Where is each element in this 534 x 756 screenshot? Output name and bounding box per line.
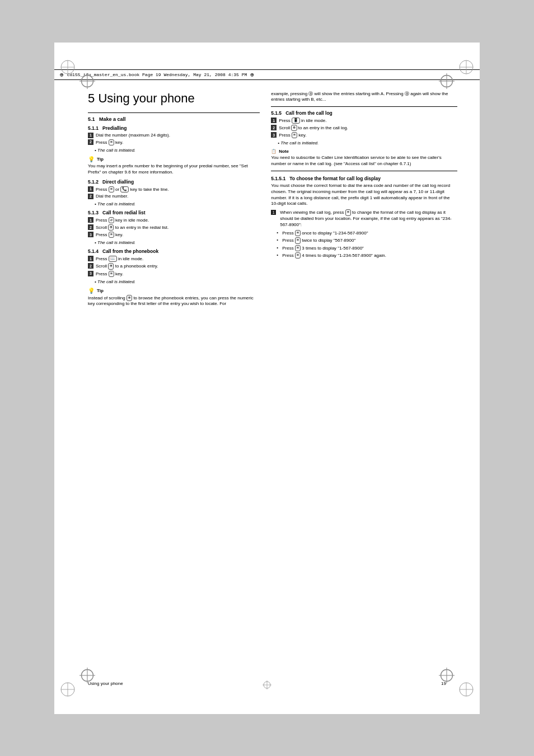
section-151-steps: 1 When viewing the call log, press ≡ to …	[271, 209, 457, 228]
section-14-heading: 5.1.4 Call from the phonebook	[88, 248, 260, 254]
list-item: 2 Press ≡ key.	[88, 139, 260, 145]
tip-box-2: 💡 Tip Instead of scrolling ⊕ to browse t…	[88, 288, 260, 307]
list-item: 1 Press 📱 in idle mode.	[271, 118, 457, 124]
list-item: Press ≡ twice to display "567-8900"	[277, 237, 457, 243]
tip-box-1: 💡 Tip You may insert a prefix number to …	[88, 156, 260, 176]
list-item: 1 Dial the number (maximum 24 digits).	[88, 133, 260, 138]
section-13-steps: 1 Press ↺ key in idle mode. 2 Scroll ⊕ t…	[88, 217, 260, 238]
book-page: ⊕ cdl55_ifu_master_en_us.book Page 19 We…	[54, 43, 480, 714]
footer-page-number: 19	[441, 681, 446, 686]
footer-left-text: Using your phone	[88, 681, 123, 686]
chapter-num: 5	[88, 91, 95, 105]
section-11-heading: 5.1.1 Predialling	[88, 125, 260, 131]
section-14-italic: • The call is initiated.	[95, 279, 260, 284]
right-divider-2	[271, 171, 457, 171]
section-1-heading: 5.1 Make a call	[88, 116, 260, 122]
list-item: 3 Press ≡ key.	[88, 232, 260, 238]
page-wrapper: ⊕ cdl55_ifu_master_en_us.book Page 19 We…	[0, 0, 534, 756]
corner-tr-decoration	[458, 59, 474, 75]
section-14-steps: 1 Press 📖 in idle mode. 2 Scroll ⊕ to a …	[88, 256, 260, 276]
list-item: 2 Dial the number.	[88, 194, 260, 199]
tip-icon-2: 💡	[88, 288, 95, 294]
page-header-bar: ⊕ cdl55_ifu_master_en_us.book Page 19 We…	[54, 69, 480, 80]
list-item: 3 Press ≡ key.	[88, 271, 260, 277]
note-text: You need to subscribe to Caller Line Ide…	[271, 155, 457, 167]
bullet-list-151: Press ≡ once to display "1-234-567-8900"…	[277, 230, 457, 258]
list-item: 2 Scroll ⊕ to an entry in the redial lis…	[88, 224, 260, 231]
section-13-italic: • The call is initiated.	[95, 240, 260, 245]
section-divider-1	[88, 112, 260, 113]
tip-overflow-right: example, pressing Ⓑ will show the entrie…	[271, 91, 457, 104]
section-12-steps: 1 Press ≡ or 📞 key to take the line. 2 D…	[88, 186, 260, 199]
section-12-italic: • The call is initiated.	[95, 201, 260, 206]
section-12-heading: 5.1.2 Direct dialling	[88, 179, 260, 185]
bottom-center-crosshair	[263, 680, 271, 692]
crosshair-right: ⊕	[250, 71, 254, 78]
list-item: 2 Scroll ⊕ to a phonebook entry.	[88, 263, 260, 269]
corner-tl-decoration	[60, 59, 76, 75]
list-item: 1 When viewing the call log, press ≡ to …	[271, 209, 457, 228]
list-item: Press ≡ once to display "1-234-567-8900"	[277, 230, 457, 236]
corner-bl-decoration	[60, 682, 76, 697]
note-label: 📋 Note	[271, 149, 457, 154]
list-item: Press ≡ 4 times to display "1-234-567-89…	[277, 252, 457, 259]
chapter-title: Using your phone	[98, 91, 194, 105]
inner-corner-tl	[79, 73, 95, 89]
list-item: 3 Press ≡ key.	[271, 132, 457, 138]
tip-text-2: Instead of scrolling ⊕ to browse the pho…	[88, 295, 260, 307]
right-column: example, pressing Ⓑ will show the entrie…	[271, 91, 457, 311]
note-icon: 📋	[271, 149, 277, 154]
tip-label-2: 💡 Tip	[88, 288, 260, 294]
section-151-body: You must choose the correct format to di…	[271, 183, 457, 207]
section-13-heading: 5.1.3 Call from redial list	[88, 210, 260, 215]
left-column: 5 Using your phone 5.1 Make a call 5.1.1…	[88, 91, 260, 311]
corner-br-decoration	[458, 682, 474, 697]
tip-text-1: You may insert a prefix number to the be…	[88, 163, 260, 176]
chapter-heading: 5 Using your phone	[88, 91, 260, 106]
list-item: 1 Press 📖 in idle mode.	[88, 256, 260, 262]
right-divider-1	[271, 106, 457, 107]
note-box: 📋 Note You need to subscribe to Caller L…	[271, 149, 457, 167]
content-area: 5 Using your phone 5.1 Make a call 5.1.1…	[54, 80, 480, 322]
list-item: 2 Scroll ⊕ to an entry in the call log.	[271, 125, 457, 131]
tip-icon-1: 💡	[88, 156, 95, 162]
section-11-steps: 1 Dial the number (maximum 24 digits). 2…	[88, 133, 260, 145]
tip-label-1: 💡 Tip	[88, 156, 260, 162]
section-11-italic: • The call is initiated.	[95, 148, 260, 153]
section-15-heading: 5.1.5 Call from the call log	[271, 110, 457, 116]
list-item: 1 Press ≡ or 📞 key to take the line.	[88, 186, 260, 192]
section-15-italic: • The call is initiated.	[278, 140, 457, 145]
list-item: Press ≡ 3 times to display "1-567-8900"	[277, 245, 457, 251]
inner-corner-tr	[439, 73, 455, 89]
list-item: 1 Press ↺ key in idle mode.	[88, 217, 260, 223]
section-15-steps: 1 Press 📱 in idle mode. 2 Scroll ⊕ to an…	[271, 118, 457, 138]
section-151-heading: 5.1.5.1 To choose the format for call lo…	[271, 176, 457, 181]
